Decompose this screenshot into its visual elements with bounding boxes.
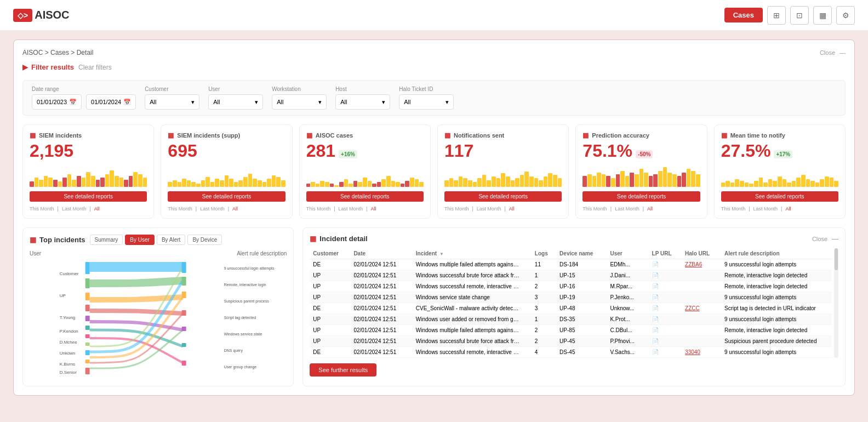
table-cell-1-7[interactable]: 📄: [649, 270, 682, 281]
date-range-label: Date range: [32, 86, 136, 92]
table-cell-5-3: [523, 314, 532, 325]
pdf-icon[interactable]: 📄: [652, 327, 659, 333]
halo-link[interactable]: ZZBA6: [685, 261, 702, 267]
table-cell-8-8[interactable]: 33040: [682, 347, 721, 358]
metric-footer-link-2[interactable]: All: [509, 206, 515, 212]
see-detailed-reports-button[interactable]: See detailed reports: [30, 191, 147, 202]
tab-by-user[interactable]: By User: [125, 235, 155, 245]
svg-text:P.Kendon: P.Kendon: [60, 329, 78, 334]
pdf-icon[interactable]: 📄: [652, 294, 659, 300]
mini-bar: [754, 181, 758, 187]
svg-rect-27: [182, 277, 186, 286]
customer-select[interactable]: All ▾: [145, 94, 199, 110]
see-more-button[interactable]: See further results: [310, 363, 376, 377]
tab-by-device[interactable]: By Device: [187, 235, 222, 245]
incident-minimize-icon[interactable]: —: [832, 235, 838, 243]
host-select[interactable]: All ▾: [335, 94, 390, 110]
halo-link[interactable]: ZZCC: [685, 305, 700, 311]
metric-footer-link-2[interactable]: All: [232, 206, 238, 212]
mini-bar: [810, 181, 815, 187]
host-label: Host: [335, 86, 390, 92]
mini-bar: [306, 184, 311, 187]
metric-footer-link-2[interactable]: All: [94, 206, 100, 212]
svg-text:T.Young: T.Young: [60, 315, 76, 320]
see-detailed-reports-button[interactable]: See detailed reports: [168, 191, 285, 202]
pdf-icon[interactable]: 📄: [652, 338, 659, 344]
cases-nav-button[interactable]: Cases: [724, 8, 763, 22]
table-cell-7-7[interactable]: 📄: [649, 336, 682, 347]
pdf-icon[interactable]: 📄: [652, 349, 659, 355]
table-row: DE02/01/2024 12:51Windows successful rem…: [310, 347, 832, 358]
mini-bar: [62, 178, 67, 187]
pdf-icon[interactable]: 📄: [652, 261, 659, 267]
pdf-icon[interactable]: 📄: [652, 316, 659, 322]
table-cell-1-8: [682, 270, 721, 281]
table-cell-0-8[interactable]: ZZBA6: [682, 259, 721, 270]
table-cell-0-7[interactable]: 📄: [649, 259, 682, 270]
see-detailed-reports-button[interactable]: See detailed reports: [583, 191, 700, 202]
mini-bar: [58, 181, 62, 187]
table-cell-3-7[interactable]: 📄: [649, 292, 682, 303]
metric-card-notifications-sent: ▦ Notifications sent 117 See detailed re…: [437, 124, 569, 219]
table-cell-5-7[interactable]: 📄: [649, 314, 682, 325]
mini-bar: [834, 181, 838, 187]
workstation-select[interactable]: All ▾: [272, 94, 327, 110]
logo-icon: ◇>: [13, 9, 32, 22]
table-cell-2-7[interactable]: 📄: [649, 281, 682, 292]
incident-close-label[interactable]: Close: [812, 236, 827, 242]
pdf-icon[interactable]: 📄: [652, 305, 659, 311]
mini-bar: [353, 181, 358, 187]
tab-summary[interactable]: Summary: [90, 235, 123, 245]
mini-bar: [687, 169, 691, 187]
metric-card-aisoc-cases: ▦ AISOC cases 281 +16% See detailed repo…: [299, 124, 431, 219]
scrollbar[interactable]: [834, 248, 838, 358]
date-from-input[interactable]: 01/01/2023 📅: [32, 94, 82, 110]
table-cell-4-7[interactable]: 📄: [649, 303, 682, 314]
table-cell-6-8: [682, 325, 721, 336]
halo-link[interactable]: 33040: [685, 349, 700, 355]
mini-bar: [143, 178, 147, 187]
mini-bar: [558, 178, 562, 187]
breadcrumb-close[interactable]: Close: [820, 49, 835, 56]
metric-footer-link-2[interactable]: All: [647, 206, 653, 212]
table-cell-0-5: DS-184: [556, 259, 607, 270]
mini-bar: [553, 175, 557, 187]
nav-icon-btn-1[interactable]: ⊞: [767, 6, 786, 25]
nav-icon-btn-2[interactable]: ⊡: [790, 6, 809, 25]
mini-bar: [735, 179, 739, 187]
calendar-icon-to: 📅: [123, 99, 131, 106]
tab-by-alert[interactable]: By Alert: [157, 235, 185, 245]
pdf-icon[interactable]: 📄: [652, 283, 659, 289]
mini-bar: [796, 178, 801, 187]
workstation-filter-group: Workstation All ▾: [272, 86, 327, 110]
metric-footer-link-2[interactable]: All: [785, 206, 791, 212]
mini-bar: [820, 179, 824, 187]
table-cell-3-2: Windows service state change: [413, 292, 523, 303]
table-cell-4-8[interactable]: ZZCC: [682, 303, 721, 314]
metric-footer-link-2[interactable]: All: [370, 206, 376, 212]
table-cell-9-7[interactable]: 📄: [649, 358, 682, 358]
mini-bar: [133, 172, 138, 187]
date-to-input[interactable]: 01/01/2024 📅: [86, 94, 136, 110]
settings-button[interactable]: ⚙: [836, 6, 855, 25]
table-cell-8-7[interactable]: 📄: [649, 347, 682, 358]
table-cell-6-7[interactable]: 📄: [649, 325, 682, 336]
table-cell-8-9: 9 unsuccessful login attempts: [721, 347, 832, 358]
incident-table-scroll[interactable]: Customer Date Incident ▼ Logs Device nam…: [310, 248, 832, 358]
user-select[interactable]: All ▾: [208, 94, 263, 110]
mini-bar: [635, 174, 639, 187]
see-detailed-reports-button[interactable]: See detailed reports: [306, 191, 424, 202]
pdf-icon[interactable]: 📄: [652, 272, 659, 278]
metric-card-icon: ▦: [583, 132, 589, 139]
table-cell-6-5: UP-85: [556, 325, 607, 336]
mini-bar: [105, 174, 110, 187]
see-detailed-reports-button[interactable]: See detailed reports: [444, 191, 562, 202]
clear-filters-link[interactable]: Clear filters: [78, 64, 112, 71]
see-detailed-reports-button[interactable]: See detailed reports: [721, 191, 838, 202]
metric-footer: This Month|Last Month|All: [444, 206, 562, 212]
mini-bar: [129, 176, 133, 187]
nav-icon-btn-3[interactable]: ▦: [813, 6, 832, 25]
table-cell-6-2: Windows multiple failed attempts against…: [413, 325, 523, 336]
breadcrumb-minimize[interactable]: —: [840, 49, 846, 56]
halo-ticket-select[interactable]: All ▾: [399, 94, 454, 110]
